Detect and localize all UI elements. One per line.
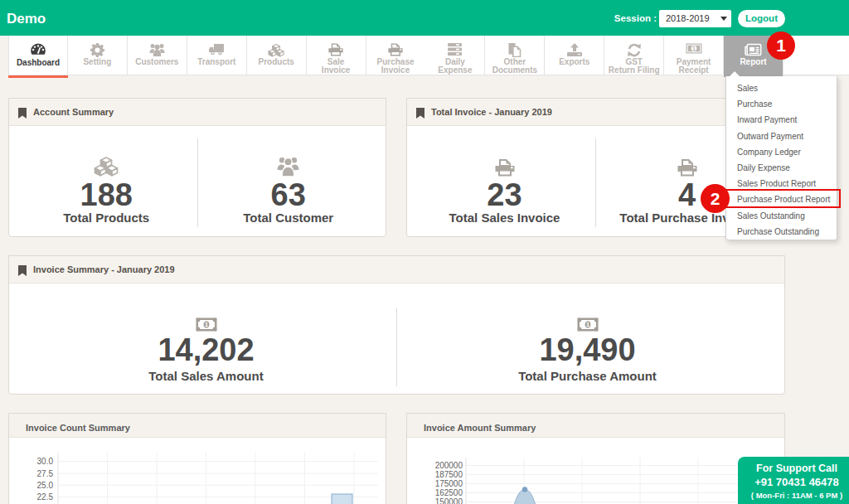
svg-text:22.5: 22.5 [37,492,54,502]
svg-text:27.5: 27.5 [37,469,54,478]
svg-text:25.0: 25.0 [37,481,54,490]
svg-text:150000: 150000 [435,497,463,504]
svg-text:162500: 162500 [435,488,463,497]
svg-text:200000: 200000 [435,461,463,470]
svg-text:30.0: 30.0 [37,457,54,466]
svg-text:187500: 187500 [435,470,463,479]
svg-text:175000: 175000 [435,479,463,488]
svg-text:1: 1 [692,46,696,51]
